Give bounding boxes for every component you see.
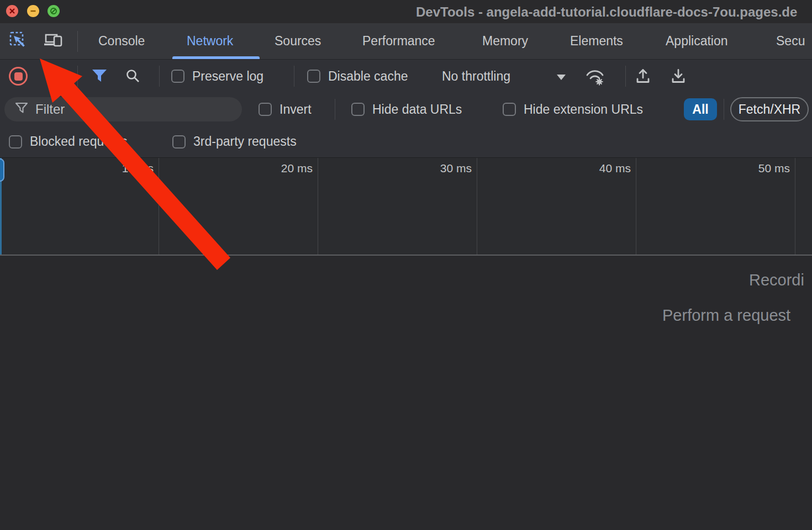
- tab-network-label: Network: [187, 34, 233, 49]
- filter-input-container: [4, 97, 242, 121]
- device-toolbar-icon: [44, 31, 65, 51]
- tab-performance[interactable]: Performance: [362, 23, 435, 59]
- fetch-xhr-filter-label: Fetch/XHR: [739, 102, 800, 117]
- timeline-tick: 10 ms: [122, 162, 154, 175]
- preserve-log-checkbox[interactable]: [171, 70, 184, 83]
- timeline-column: 10 ms: [0, 158, 159, 255]
- network-filter-row: Invert Hide data URLs Hide extension URL…: [0, 93, 812, 126]
- filter-toggle-button[interactable]: [91, 68, 108, 86]
- all-filter-label: All: [692, 102, 708, 117]
- empty-state-hint-text: Perform a request: [662, 306, 790, 325]
- network-toolbar: Preserve log Disable cache No throttling: [0, 60, 812, 93]
- timeline-tick: 50 ms: [758, 162, 790, 175]
- request-type-filter-all[interactable]: All: [684, 98, 717, 120]
- hide-extension-urls-label: Hide extension URLs: [524, 102, 643, 117]
- tab-memory[interactable]: Memory: [482, 23, 528, 59]
- timeline-tick: 30 ms: [440, 162, 472, 175]
- timeline-column: 30 ms: [318, 158, 477, 255]
- tab-performance-label: Performance: [362, 34, 435, 49]
- tab-security[interactable]: Secu: [776, 23, 805, 59]
- tab-security-label: Secu: [776, 34, 805, 49]
- title-bar: DevTools - angela-add-tutorial.cloudflar…: [0, 0, 812, 23]
- network-conditions-button[interactable]: [584, 67, 607, 88]
- network-options-row: Blocked requests 3rd-party requests: [0, 126, 812, 158]
- devtools-tab-bar: Console Network Sources Performance Memo…: [0, 23, 812, 60]
- tab-sources-label: Sources: [275, 34, 321, 49]
- zoom-disabled-icon: [50, 7, 57, 15]
- third-party-requests-checkbox[interactable]: [172, 135, 186, 149]
- tab-elements-label: Elements: [570, 34, 623, 49]
- hide-data-urls-checkbox[interactable]: [351, 103, 365, 116]
- tab-application[interactable]: Application: [666, 23, 728, 59]
- stop-record-icon: [14, 72, 23, 81]
- toolbar-divider: [159, 66, 160, 87]
- recording-status-text: Recordi: [749, 271, 804, 289]
- close-icon: [9, 8, 15, 14]
- tab-console-label: Console: [98, 34, 145, 49]
- hide-data-urls-label: Hide data URLs: [372, 102, 462, 117]
- search-button[interactable]: [125, 68, 141, 87]
- circle-slash-icon: [45, 69, 60, 86]
- preserve-log-label: Preserve log: [192, 69, 263, 84]
- tab-application-label: Application: [666, 34, 728, 49]
- upload-icon: [634, 67, 652, 87]
- network-overview-timeline[interactable]: 10 ms 20 ms 30 ms 40 ms 50 ms: [0, 158, 812, 256]
- devtools-window: DevTools - angela-add-tutorial.cloudflar…: [0, 0, 812, 530]
- toolbar-divider: [77, 66, 78, 87]
- blocked-requests-label: Blocked requests: [30, 134, 127, 149]
- chevron-down-icon[interactable]: [556, 74, 567, 81]
- download-icon: [669, 67, 687, 87]
- import-har-button[interactable]: [634, 67, 652, 87]
- clear-network-log-button[interactable]: [45, 69, 60, 86]
- toolbar-divider: [625, 66, 626, 87]
- inspect-cursor-icon: [9, 31, 27, 51]
- tab-sources[interactable]: Sources: [275, 23, 321, 59]
- overview-drag-handle[interactable]: [0, 158, 4, 182]
- toggle-device-toolbar-button[interactable]: [43, 32, 65, 51]
- wifi-gear-icon: [584, 67, 607, 88]
- filter-input[interactable]: [35, 102, 234, 117]
- invert-label: Invert: [280, 102, 312, 117]
- tab-network[interactable]: Network: [187, 23, 233, 59]
- filter-row-divider: [724, 99, 724, 120]
- tabbar-divider: [77, 31, 78, 52]
- funnel-outline-icon: [14, 102, 29, 117]
- throttling-value: No throttling: [442, 69, 510, 84]
- blocked-requests-checkbox[interactable]: [9, 135, 22, 149]
- third-party-requests-label: 3rd-party requests: [193, 134, 297, 149]
- tab-memory-label: Memory: [482, 34, 528, 49]
- window-title: DevTools - angela-add-tutorial.cloudflar…: [416, 4, 797, 20]
- disable-cache-checkbox[interactable]: [307, 70, 320, 83]
- request-type-filter-fetch-xhr[interactable]: Fetch/XHR: [730, 97, 809, 121]
- hide-extension-urls-checkbox[interactable]: [503, 103, 516, 116]
- toolbar-divider: [294, 66, 294, 87]
- zoom-window-button[interactable]: [48, 5, 60, 17]
- throttling-select[interactable]: No throttling: [442, 60, 510, 93]
- timeline-column: 40 ms: [477, 158, 636, 255]
- minimize-window-button[interactable]: [27, 5, 39, 17]
- record-network-log-button[interactable]: [9, 67, 28, 86]
- timeline-column: [795, 158, 812, 255]
- disable-cache-label: Disable cache: [328, 69, 408, 84]
- tab-console[interactable]: Console: [98, 23, 145, 59]
- close-window-button[interactable]: [6, 5, 18, 17]
- search-icon: [125, 68, 141, 87]
- timeline-column: 20 ms: [159, 158, 318, 255]
- invert-checkbox[interactable]: [259, 103, 272, 116]
- funnel-icon: [91, 68, 108, 86]
- inspect-element-button[interactable]: [9, 32, 28, 51]
- export-har-button[interactable]: [669, 67, 687, 87]
- timeline-tick: 40 ms: [599, 162, 631, 175]
- timeline-tick: 20 ms: [281, 162, 313, 175]
- filter-row-divider: [335, 99, 335, 120]
- minimize-icon: [30, 8, 36, 14]
- active-tab-underline: [172, 56, 260, 59]
- timeline-column: 50 ms: [636, 158, 795, 255]
- tab-elements[interactable]: Elements: [570, 23, 623, 59]
- network-requests-empty-area: Recordi Perform a request: [0, 256, 812, 530]
